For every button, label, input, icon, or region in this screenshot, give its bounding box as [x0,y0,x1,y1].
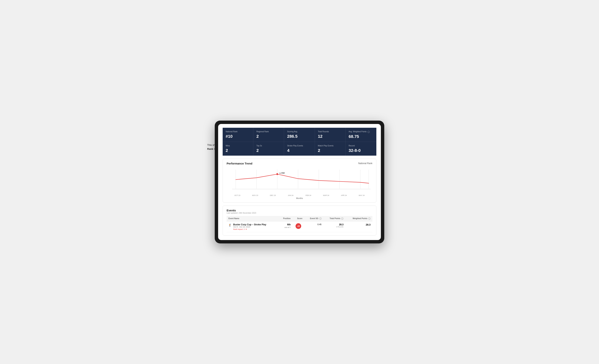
stat-wins-value: 2 [226,148,250,153]
events-table-body: 🏌 Buster Cozy Cup – Stroke Play Oct 9 - … [227,221,372,232]
content-area: National Rank #10 Regional Rank 2 Scorin… [218,124,381,240]
td-score: -22 [292,221,304,232]
stat-match-play-label: Match Play Events [318,144,343,147]
th-score: Score [292,216,304,221]
th-weighted-points: Weighted Points i [345,216,372,221]
x-axis-labels: OCT 23 NOV 23 DEC 23 JAN 24 FEB 24 MAR 2… [227,195,372,196]
rank-point [276,173,278,175]
event-sg-info-icon: i [319,217,322,220]
stat-stroke-play-label: Stroke Play Events [287,144,312,147]
stat-wins-label: Wins [226,144,250,147]
performance-chart-svg: ● #10 [227,167,372,194]
stat-scoring-avg: Scoring Avg. 286.5 [284,128,315,142]
event-info: Buster Cozy Cup – Stroke Play Oct 9 - Oc… [233,223,266,230]
td-event-name-cell: 🏌 Buster Cozy Cup – Stroke Play Oct 9 - … [227,221,278,232]
performance-section: Performance Trend National Rank [223,159,376,203]
stats-row-2: Wins 2 Top 3s 2 Stroke Play Events 4 M [223,142,376,156]
x-label-jan24: JAN 24 [282,195,300,196]
x-label-dec23: DEC 23 [264,195,282,196]
x-label-nov23: NOV 23 [246,195,264,196]
avg-weighted-info-icon: i [368,131,370,133]
event-sg-value: 0.45 [306,223,322,225]
event-name-col: 🏌 Buster Cozy Cup – Stroke Play Oct 9 - … [229,223,276,230]
stats-grid: National Rank #10 Regional Rank 2 Scorin… [223,128,376,155]
stat-record-value: 32-8-0 [349,148,373,153]
x-label-oct23: OCT 23 [229,195,246,196]
stat-regional-rank-value: 2 [256,134,281,139]
td-event-sg: 0.45 [304,221,323,232]
position-sub: out of 7 [284,226,291,228]
stat-regional-rank: Regional Rank 2 [253,128,284,142]
weighted-points-info-icon: i [368,217,370,220]
events-updated: Last updated: 24th November 2023 [227,212,372,214]
total-points-cell: 28.3 3 Rounds [325,223,344,228]
events-header: Events Last updated: 24th November 2023 [227,209,372,214]
stat-stroke-play-value: 4 [287,148,312,153]
stat-top3s-label: Top 3s [256,144,281,147]
td-total-points: 28.3 3 Rounds [323,221,345,232]
stat-top3s: Top 3s 2 [253,142,284,156]
total-points-sub: 3 Rounds [325,226,344,228]
table-row: 🏌 Buster Cozy Cup – Stroke Play Oct 9 - … [227,221,372,232]
stat-regional-rank-label: Regional Rank [256,130,281,133]
event-date: Oct 9 - Oct 10, 2023 [233,226,266,228]
stat-avg-weighted-label: Avg. Weighted Points i [349,130,373,133]
stat-national-rank-value: #10 [226,134,250,139]
stat-avg-weighted-points: Avg. Weighted Points i 68.75 [346,128,376,142]
position-value: 6th out of 7 [280,223,291,229]
th-event-sg: Event SG i [304,216,323,221]
x-axis-title: Months [227,197,372,199]
rank-impact: Rank Impact: 3 ▼ [233,228,266,230]
event-name: Buster Cozy Cup – Stroke Play [233,223,266,226]
x-label-apr24: APR 24 [335,195,353,196]
stat-total-rounds-value: 12 [318,134,343,139]
x-label-may24: MAY 24 [353,195,370,196]
golf-icon: 🏌 [229,224,232,227]
th-event-name: Event Name [227,216,278,221]
x-label-mar24: MAR 24 [317,195,335,196]
events-title: Events [227,209,372,212]
stat-avg-weighted-value: 68.75 [349,134,373,139]
total-points-info-icon: i [341,217,344,220]
stat-national-rank: National Rank #10 [223,128,253,142]
perf-legend: National Rank [358,162,372,165]
score-badge: -22 [296,223,301,229]
stat-scoring-avg-label: Scoring Avg. [287,130,312,133]
stat-stroke-play: Stroke Play Events 4 [284,142,315,156]
td-weighted-points: 28.3 [345,221,372,232]
events-section: Events Last updated: 24th November 2023 … [223,205,376,236]
stat-record: Record 32-8-0 [346,142,376,156]
td-position: 6th out of 7 [278,221,292,232]
events-table-head: Event Name Position Score Event SG i Tot… [227,216,372,221]
th-position: Position [278,216,292,221]
stat-national-rank-label: National Rank [226,130,250,133]
stat-match-play-value: 2 [318,148,343,153]
stat-total-rounds-label: Total Rounds [318,130,343,133]
stat-total-rounds: Total Rounds 12 [315,128,346,142]
stat-match-play: Match Play Events 2 [315,142,346,156]
perf-title: Performance Trend [227,162,252,165]
tablet-screen: National Rank #10 Regional Rank 2 Scorin… [218,124,381,240]
stat-wins: Wins 2 [223,142,253,156]
stat-scoring-avg-value: 286.5 [287,134,312,139]
perf-header: Performance Trend National Rank [227,162,372,165]
stat-record-label: Record [349,144,373,147]
chart-area: ● #10 [227,167,372,194]
total-points-val: 28.3 [325,223,344,226]
rank-label: ● #10 [280,172,285,174]
events-table-header-row: Event Name Position Score Event SG i Tot… [227,216,372,221]
th-total-points: Total Points i [323,216,345,221]
stats-row-1: National Rank #10 Regional Rank 2 Scorin… [223,128,376,142]
tablet-frame: National Rank #10 Regional Rank 2 Scorin… [215,121,384,243]
x-label-feb24: FEB 24 [300,195,317,196]
rank-impact-arrow-icon: ▼ [246,228,247,230]
events-table: Event Name Position Score Event SG i Tot… [227,216,372,232]
weighted-points-val: 28.3 [347,223,370,226]
stat-top3s-value: 2 [256,148,281,153]
